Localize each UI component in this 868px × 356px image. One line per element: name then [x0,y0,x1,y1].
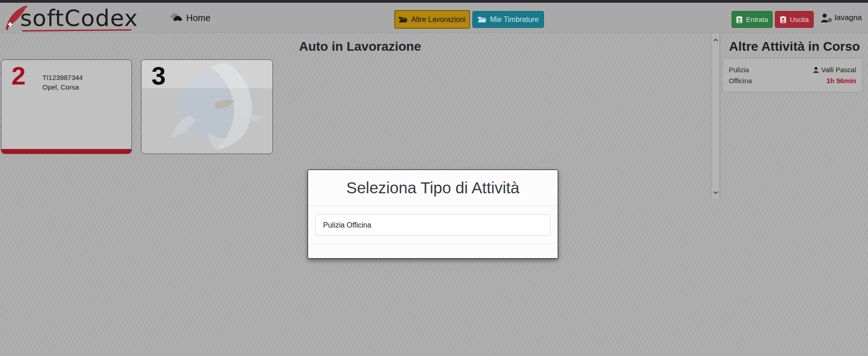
vehicle-card-info: TI123987344 Opel, Corsa [42,73,83,92]
id-badge-icon [736,16,743,23]
modal-dialog: Seleziona Tipo di Attività Pulizia Offic… [308,170,558,259]
activity-name-line1: Pulizia [729,64,752,75]
nav-home-label: Home [186,13,210,23]
vehicle-card-3[interactable]: 3 [141,59,273,154]
app-screen: softCodex Home Altre Lavorazioni Mie Tim… [0,0,868,356]
chevron-up-icon[interactable] [712,36,720,43]
activity-person-name: Valli Pascal [821,64,856,75]
chevron-down-icon[interactable] [712,189,720,196]
brand-name: softCodex [20,6,138,31]
modal-title: Seleziona Tipo di Attività [346,179,519,197]
activity-type-option[interactable]: Pulizia Officina [315,214,550,236]
vehicle-card-status-bar [1,149,131,154]
activity-name: Pulizia Officina [729,64,752,86]
navbar: softCodex Home Altre Lavorazioni Mie Tim… [0,3,868,33]
activity-duration: 1h 56min [813,75,856,86]
activity-name-line2: Officina [729,75,752,86]
user-menu[interactable]: lavagna [821,3,862,33]
vehicle-card-number: 3 [152,62,166,90]
modal-body: Pulizia Officina [308,206,558,244]
sidebar-title: Altre Attività in Corso [721,39,868,54]
person-gear-icon [821,13,832,23]
vehicle-card-2[interactable]: 2 TI123987344 Opel, Corsa [1,59,132,154]
altre-lavorazioni-label: Altre Lavorazioni [411,16,465,24]
cars-icon [170,13,183,23]
activity-card[interactable]: Pulizia Officina Valli Pascal 1h 56min [722,58,863,92]
altre-lavorazioni-button[interactable]: Altre Lavorazioni [394,10,470,29]
activity-details: Valli Pascal 1h 56min [813,64,856,86]
entrata-label: Entrata [746,16,768,23]
mie-timbrature-label: Mie Timbrature [490,16,539,24]
brand-logo[interactable]: softCodex [3,3,140,33]
uscita-label: Uscita [790,16,809,23]
id-badge-icon [780,16,786,23]
vehicle-model: Opel, Corsa [42,82,83,92]
open-folder-icon [399,16,408,23]
modal-footer [308,244,558,259]
activity-person: Valli Pascal [813,64,856,75]
vehicle-card-number: 2 [11,62,26,90]
vehicle-plate: TI123987344 [42,73,83,82]
mie-timbrature-button[interactable]: Mie Timbrature [472,11,544,28]
scrollbar[interactable] [711,33,720,199]
open-folder-icon [478,16,486,23]
person-icon [813,67,819,73]
user-label: lavagna [835,13,862,22]
entrata-button[interactable]: Entrata [732,11,773,28]
modal-header: Seleziona Tipo di Attività [308,170,558,206]
nav-item-home[interactable]: Home [170,3,210,33]
uscita-button[interactable]: Uscita [775,11,814,28]
page-title: Auto in Lavorazione [0,39,720,54]
